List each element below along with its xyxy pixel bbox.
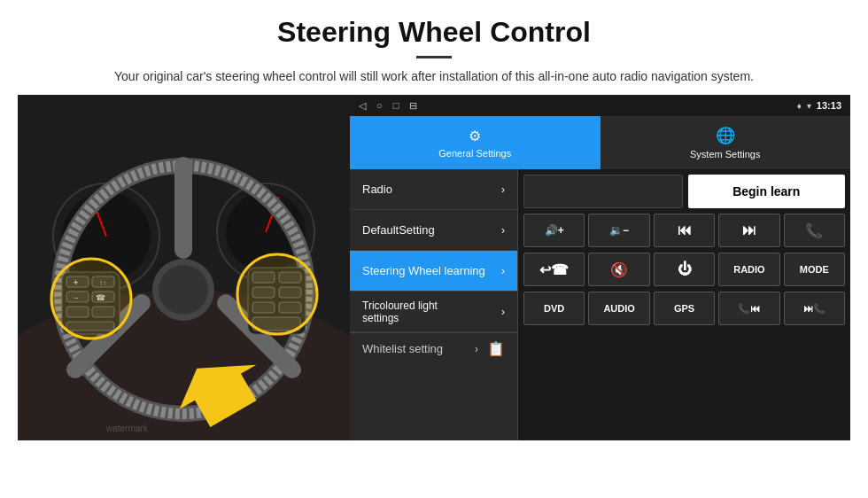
call-next-button[interactable]: ⏭📞 (784, 292, 845, 325)
page-subtitle: Your original car's steering wheel contr… (53, 67, 815, 86)
title-divider (416, 56, 452, 58)
mute-icon: 🔇 (610, 261, 628, 278)
begin-learn-row: Begin learn (523, 175, 845, 208)
power-button[interactable]: ⏻ (654, 253, 715, 286)
begin-learn-button[interactable]: Begin learn (688, 175, 846, 208)
settings-item-tricolour[interactable]: Tricoloured lightsettings › (350, 292, 517, 332)
gps-label: GPS (674, 303, 694, 314)
page-header: Steering Wheel Control Your original car… (0, 0, 868, 95)
call-button[interactable]: 📞 (784, 214, 845, 247)
settings-item-radio[interactable]: Radio › (350, 169, 517, 210)
call-return-icon: ↩☎ (539, 261, 569, 278)
settings-tabs: ⚙ General Settings 🌐 System Settings (350, 116, 850, 169)
settings-area: Radio › DefaultSetting › Steering Wheel … (350, 169, 850, 440)
call-next-icon: ⏭📞 (803, 303, 825, 315)
whitelist-row[interactable]: Whitelist setting › 📋 (350, 332, 517, 364)
status-bar-info: ♦ ▾ 13:13 (797, 100, 841, 111)
home-icon[interactable]: ○ (376, 100, 383, 112)
clock: 13:13 (817, 100, 841, 111)
page-title: Steering Wheel Control (53, 16, 815, 49)
location-icon: ♦ (797, 101, 802, 111)
settings-menu: Radio › DefaultSetting › Steering Wheel … (350, 169, 518, 440)
globe-icon: 🌐 (716, 126, 735, 145)
status-bar: ◁ ○ □ ⊟ ♦ ▾ 13:13 (350, 95, 850, 116)
next-track-button[interactable]: ⏭ (718, 214, 779, 247)
tab-general-settings[interactable]: ⚙ General Settings (350, 116, 601, 169)
steering-wheel-image: + ↑↑ − ☎ wa (18, 95, 350, 440)
svg-point-14 (159, 265, 208, 315)
call-return-button[interactable]: ↩☎ (523, 253, 585, 286)
prev-track-icon: ⏮ (678, 222, 692, 238)
whitelist-icon: 📋 (487, 340, 505, 357)
power-icon: ⏻ (678, 261, 692, 277)
mute-button[interactable]: 🔇 (588, 253, 649, 286)
mode-button[interactable]: MODE (784, 253, 845, 286)
volume-up-button[interactable]: 🔊+ (523, 214, 585, 247)
svg-point-35 (51, 259, 131, 338)
whitelist-arrow-icon: › (475, 343, 478, 355)
controls-panel: Begin learn 🔊+ 🔉− ⏮ ⏭ (518, 169, 850, 440)
mode-label: MODE (800, 264, 829, 275)
gear-icon: ⚙ (469, 128, 481, 144)
control-row-2: ↩☎ 🔇 ⏻ RADIO MODE (523, 253, 845, 286)
radio-label: Radio (362, 183, 392, 196)
tab-system-label: System Settings (690, 149, 760, 160)
tricolour-label: Tricoloured lightsettings (362, 300, 438, 324)
steering-arrow-icon: › (501, 265, 505, 277)
tricolour-arrow-icon: › (501, 306, 505, 318)
radio-label-btn: RADIO (733, 264, 764, 275)
default-arrow-icon: › (501, 224, 505, 237)
status-bar-navigation: ◁ ○ □ ⊟ (359, 100, 417, 112)
dvd-label: DVD (544, 303, 564, 314)
settings-item-steering[interactable]: Steering Wheel learning › (350, 251, 517, 292)
control-row-3: DVD AUDIO GPS 📞⏮ ⏭📞 (523, 292, 845, 325)
call-prev-icon: 📞⏮ (738, 303, 760, 315)
audio-label: AUDIO (603, 303, 634, 314)
volume-down-button[interactable]: 🔉− (588, 214, 649, 247)
android-ui: ◁ ○ □ ⊟ ♦ ▾ 13:13 ⚙ General Settings 🌐 S… (350, 95, 850, 440)
svg-text:watermark: watermark (105, 424, 149, 433)
signal-icon: ▾ (807, 101, 811, 111)
tab-general-label: General Settings (438, 148, 511, 159)
control-row-1: 🔊+ 🔉− ⏮ ⏭ 📞 (523, 214, 845, 247)
steering-label: Steering Wheel learning (362, 264, 485, 277)
prev-track-button[interactable]: ⏮ (654, 214, 715, 247)
volume-down-icon: 🔉− (609, 224, 629, 237)
radio-arrow-icon: › (501, 183, 505, 196)
back-icon[interactable]: ◁ (359, 100, 366, 112)
audio-button[interactable]: AUDIO (588, 292, 649, 325)
radio-button[interactable]: RADIO (718, 253, 779, 286)
whitelist-label: Whitelist setting (362, 342, 475, 355)
next-track-icon: ⏭ (742, 222, 756, 238)
phone-icon: 📞 (805, 222, 823, 239)
default-label: DefaultSetting (362, 223, 435, 237)
svg-point-36 (237, 254, 317, 334)
menu-icon[interactable]: ⊟ (409, 100, 417, 112)
learn-empty-slot (523, 175, 683, 208)
call-prev-button[interactable]: 📞⏮ (718, 292, 779, 325)
gps-button[interactable]: GPS (654, 292, 715, 325)
main-content: + ↑↑ − ☎ wa (18, 95, 850, 440)
dvd-button[interactable]: DVD (523, 292, 585, 325)
tab-system-settings[interactable]: 🌐 System Settings (601, 116, 851, 169)
volume-up-icon: 🔊+ (545, 224, 564, 237)
recents-icon[interactable]: □ (393, 100, 399, 112)
settings-item-default[interactable]: DefaultSetting › (350, 210, 517, 251)
